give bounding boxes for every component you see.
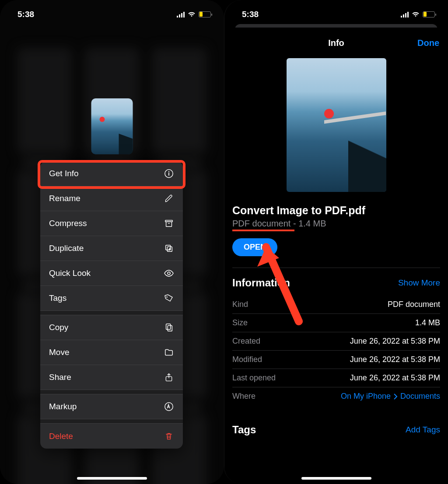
meta-value: June 26, 2022 at 5:38 PM <box>350 337 440 346</box>
meta-label: Size <box>232 318 248 327</box>
trash-icon <box>164 431 174 442</box>
meta-row-created: Created June 26, 2022 at 5:38 PM <box>232 332 440 350</box>
battery-icon <box>423 11 435 17</box>
menu-label: Delete <box>49 432 73 441</box>
svg-point-1 <box>168 171 169 172</box>
menu-label: Rename <box>49 194 80 203</box>
menu-item-share[interactable]: Share <box>40 365 183 390</box>
archivebox-icon <box>164 218 174 229</box>
selected-file-thumbnail[interactable] <box>91 98 133 154</box>
menu-label: Tags <box>49 293 66 303</box>
tags-header: Tags <box>232 424 256 436</box>
meta-label: Last opened <box>232 373 276 383</box>
meta-row-modified: Modified June 26, 2022 at 5:38 PM <box>232 350 440 369</box>
pencil-icon <box>164 193 174 204</box>
meta-row-where[interactable]: Where On My iPhone Documents <box>232 387 440 405</box>
menu-item-duplicate[interactable]: Duplicate <box>40 236 183 261</box>
metadata-list: Kind PDF document Size 1.4 MB Created Ju… <box>232 295 440 405</box>
duplicate-icon <box>164 243 174 254</box>
meta-value: June 26, 2022 at 5:38 PM <box>350 355 440 364</box>
status-bar: 5:38 <box>224 0 448 24</box>
meta-value: PDF document <box>388 300 440 309</box>
home-indicator[interactable] <box>301 477 371 480</box>
where-folder: Documents <box>400 392 440 401</box>
share-icon <box>164 372 174 383</box>
menu-label: Duplicate <box>49 244 84 253</box>
meta-label: Created <box>232 337 260 346</box>
menu-separator <box>40 311 183 315</box>
status-time: 5:38 <box>18 10 34 19</box>
menu-item-get-info[interactable]: Get Info <box>40 161 183 186</box>
meta-value: 1.4 MB <box>415 318 440 327</box>
svg-point-11 <box>166 296 168 298</box>
cellular-icon <box>177 11 185 17</box>
file-subtitle: PDF document - 1.4 MB <box>232 219 440 229</box>
tag-icon <box>164 293 174 303</box>
meta-row-size: Size 1.4 MB <box>232 313 440 332</box>
nav-bar: Info Done <box>232 28 440 58</box>
menu-label: Copy <box>49 323 68 332</box>
svg-rect-4 <box>166 222 172 226</box>
meta-row-kind: Kind PDF document <box>232 295 440 313</box>
wifi-icon <box>188 11 196 17</box>
status-icons <box>401 11 435 17</box>
menu-label: Get Info <box>49 169 79 178</box>
add-tags-button[interactable]: Add Tags <box>406 425 440 435</box>
nav-title: Info <box>328 38 344 48</box>
status-time: 5:38 <box>242 10 259 19</box>
done-button[interactable]: Done <box>417 38 439 48</box>
copy-icon <box>164 322 174 333</box>
folder-icon <box>164 347 174 358</box>
home-indicator[interactable] <box>77 477 147 480</box>
menu-label: Quick Look <box>49 268 91 278</box>
battery-icon <box>199 11 211 17</box>
menu-item-quick-look[interactable]: Quick Look <box>40 261 183 286</box>
meta-value: June 26, 2022 at 5:38 PM <box>350 373 440 383</box>
context-menu: Get Info Rename Compress Duplicate Quick… <box>40 161 183 449</box>
eye-icon <box>164 268 174 279</box>
menu-label: Move <box>49 348 69 357</box>
status-bar: 5:38 <box>0 0 224 24</box>
menu-item-delete[interactable]: Delete <box>40 424 183 449</box>
menu-item-rename[interactable]: Rename <box>40 186 183 211</box>
info-icon <box>164 168 174 179</box>
menu-item-compress[interactable]: Compress <box>40 211 183 236</box>
meta-label: Modified <box>232 355 262 364</box>
where-location: On My iPhone <box>341 392 391 401</box>
annotation-underline <box>232 230 294 231</box>
information-header: Information <box>232 277 290 289</box>
svg-rect-12 <box>166 324 171 330</box>
file-name: Convert Image to PDF.pdf <box>232 204 440 217</box>
markup-icon <box>164 401 174 412</box>
menu-label: Compress <box>49 219 87 228</box>
meta-label: Kind <box>232 300 248 309</box>
menu-item-tags[interactable]: Tags <box>40 286 183 311</box>
menu-item-copy[interactable]: Copy <box>40 315 183 340</box>
divider <box>232 268 440 268</box>
svg-rect-2 <box>168 173 169 175</box>
show-more-button[interactable]: Show More <box>398 278 440 288</box>
where-path[interactable]: On My iPhone Documents <box>341 392 440 401</box>
screen-info-sheet: 5:38 Info Done Convert Image to PDF.pdf … <box>224 0 448 484</box>
chevron-right-icon <box>393 393 398 400</box>
file-preview-thumbnail[interactable] <box>287 58 386 192</box>
info-sheet: Info Done Convert Image to PDF.pdf PDF d… <box>224 28 448 484</box>
meta-row-last-opened: Last opened June 26, 2022 at 5:38 PM <box>232 369 440 387</box>
meta-label: Where <box>232 392 256 401</box>
menu-separator <box>40 419 183 424</box>
wifi-icon <box>412 11 420 17</box>
open-button[interactable]: OPEN <box>232 238 277 256</box>
menu-separator <box>40 390 183 394</box>
menu-item-markup[interactable]: Markup <box>40 394 183 419</box>
menu-label: Markup <box>49 402 77 411</box>
svg-point-10 <box>168 272 170 275</box>
menu-item-move[interactable]: Move <box>40 340 183 365</box>
svg-rect-13 <box>168 325 172 331</box>
cellular-icon <box>401 11 409 17</box>
menu-label: Share <box>49 373 71 382</box>
status-icons <box>177 11 211 17</box>
screen-context-menu: 5:38 Get Info Rename Compress <box>0 0 224 484</box>
